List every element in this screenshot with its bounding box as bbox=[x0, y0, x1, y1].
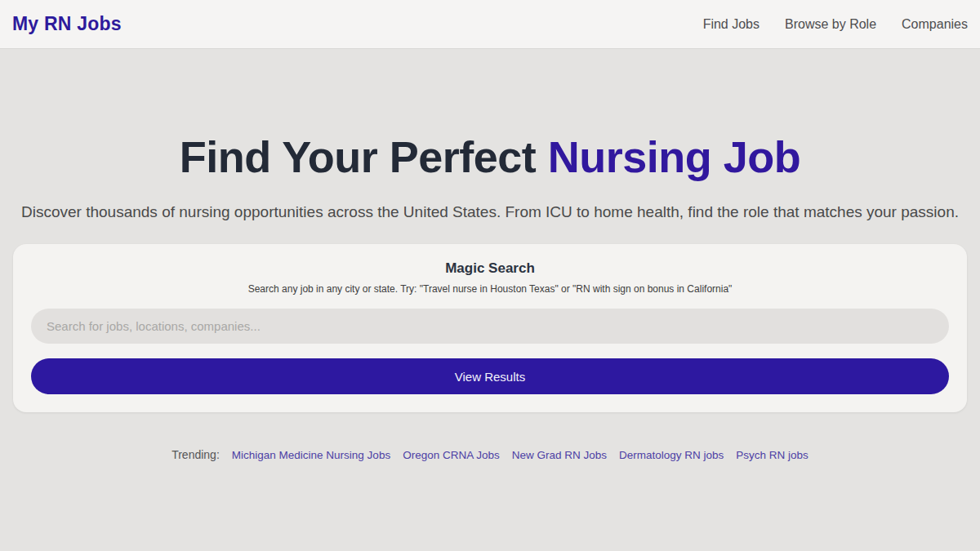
trending-row: Trending: Michigan Medicine Nursing Jobs… bbox=[0, 448, 980, 461]
trending-link-psych-rn[interactable]: Psych RN jobs bbox=[736, 449, 808, 461]
site-logo[interactable]: My RN Jobs bbox=[12, 13, 122, 35]
nav-companies[interactable]: Companies bbox=[902, 17, 968, 32]
view-results-button[interactable]: View Results bbox=[31, 358, 949, 394]
nav-find-jobs[interactable]: Find Jobs bbox=[703, 17, 760, 32]
hero-section: Find Your Perfect Nursing Job Discover t… bbox=[0, 133, 980, 221]
trending-link-oregon-crna[interactable]: Oregon CRNA Jobs bbox=[403, 449, 500, 461]
page-title: Find Your Perfect Nursing Job bbox=[0, 133, 980, 181]
magic-search-helper-text: Search any job in any city or state. Try… bbox=[31, 283, 949, 295]
main-nav: Find Jobs Browse by Role Companies bbox=[703, 17, 968, 32]
page-title-accent: Nursing Job bbox=[548, 132, 801, 181]
page-title-main: Find Your Perfect bbox=[180, 132, 548, 181]
trending-link-new-grad-rn[interactable]: New Grad RN Jobs bbox=[512, 449, 607, 461]
top-navigation-bar: My RN Jobs Find Jobs Browse by Role Comp… bbox=[0, 0, 980, 49]
trending-label: Trending: bbox=[172, 448, 220, 461]
magic-search-title: Magic Search bbox=[31, 260, 949, 277]
nav-browse-by-role[interactable]: Browse by Role bbox=[785, 17, 876, 32]
magic-search-card: Magic Search Search any job in any city … bbox=[13, 244, 967, 412]
trending-link-michigan-medicine[interactable]: Michigan Medicine Nursing Jobs bbox=[232, 449, 390, 461]
search-input[interactable] bbox=[31, 309, 949, 344]
page-subtitle: Discover thousands of nursing opportunit… bbox=[0, 203, 980, 221]
trending-link-dermatology-rn[interactable]: Dermatology RN jobs bbox=[619, 449, 724, 461]
